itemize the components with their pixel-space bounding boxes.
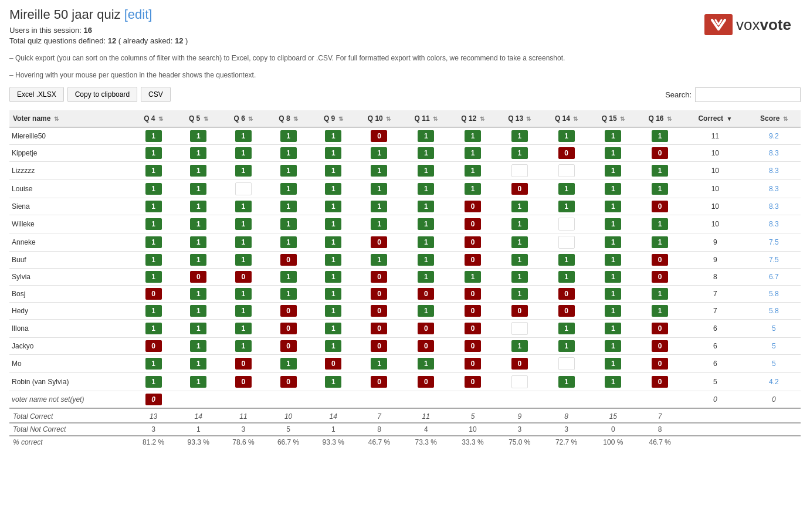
table-row: Jackyo01101000111065: [9, 338, 801, 355]
answer-cell: 0: [449, 215, 496, 233]
answer-cell: 1: [221, 233, 266, 252]
answer-cell: 1: [311, 233, 356, 252]
voter-name-cell: Hedy: [9, 303, 131, 320]
total-correct-cell: 15: [589, 408, 636, 423]
col-q11[interactable]: Q 11 ⇅: [402, 110, 449, 127]
answer-cell: 0: [356, 233, 403, 252]
answer-cell: 1: [221, 162, 266, 180]
copy-button[interactable]: Copy to clipboard: [67, 87, 137, 102]
percent-correct-label: % correct: [9, 436, 131, 448]
table-row: Robin (van Sylvia)11001000 11054.2: [9, 373, 801, 391]
answer-cell: 1: [131, 269, 176, 286]
answer-cell: 1: [356, 180, 403, 198]
score-cell: 9.2: [747, 127, 801, 145]
voter-name-cell: Illona: [9, 320, 131, 338]
answer-cell: 1: [356, 162, 403, 180]
answer-cell: 1: [496, 233, 543, 252]
answer-cell: 1: [176, 215, 221, 233]
answer-cell: 1: [356, 145, 403, 162]
search-label: Search:: [665, 90, 692, 99]
total-questions-info: Total quiz questions defined: 12 ( alrea…: [9, 36, 801, 45]
answer-cell: [356, 391, 403, 409]
answer-cell: [221, 391, 266, 409]
answer-cell: 0: [496, 180, 543, 198]
col-q4[interactable]: Q 4 ⇅: [131, 110, 176, 127]
col-q6[interactable]: Q 6 ⇅: [221, 110, 266, 127]
percent-correct-cell: 66.7 %: [266, 436, 311, 448]
table-row: Sylvia10011011111086.7: [9, 269, 801, 286]
answer-cell: 0: [449, 252, 496, 269]
col-correct[interactable]: Correct ▼: [683, 110, 747, 127]
excel-button[interactable]: Excel .XLSX: [9, 87, 64, 102]
correct-cell: 7: [683, 303, 747, 320]
answer-cell: 1: [356, 355, 403, 373]
answer-cell: 1: [402, 252, 449, 269]
results-table: Voter name ⇅ Q 4 ⇅ Q 5 ⇅ Q 6 ⇅ Q 8 ⇅ Q 9…: [9, 110, 801, 448]
col-voter-name[interactable]: Voter name ⇅: [9, 110, 131, 127]
answer-cell: 1: [402, 145, 449, 162]
col-q15[interactable]: Q 15 ⇅: [589, 110, 636, 127]
correct-cell: 7: [683, 286, 747, 303]
col-q14[interactable]: Q 14 ⇅: [543, 110, 590, 127]
answer-cell: 0: [449, 303, 496, 320]
col-q13[interactable]: Q 13 ⇅: [496, 110, 543, 127]
search-input[interactable]: [695, 87, 801, 102]
answer-cell: 1: [266, 215, 311, 233]
voter-name-cell: Louise: [9, 180, 131, 198]
answer-cell: 1: [449, 162, 496, 180]
answer-cell: 0: [356, 338, 403, 355]
answer-cell: [636, 391, 683, 409]
correct-cell: 9: [683, 252, 747, 269]
answer-cell: 1: [496, 127, 543, 145]
table-row: voter name not set(yet)000: [9, 391, 801, 409]
voter-name-cell: Bosj: [9, 286, 131, 303]
answer-cell: 1: [543, 320, 590, 338]
answer-cell: 0: [176, 269, 221, 286]
answer-cell: 1: [449, 127, 496, 145]
answer-cell: 0: [356, 269, 403, 286]
answer-cell: 1: [311, 303, 356, 320]
answer-cell: [266, 391, 311, 409]
col-q12[interactable]: Q 12 ⇅: [449, 110, 496, 127]
answer-cell: 1: [496, 269, 543, 286]
col-q9[interactable]: Q 9 ⇅: [311, 110, 356, 127]
voter-name-cell: Miereille50: [9, 127, 131, 145]
score-cell: 8.3: [747, 198, 801, 215]
answer-cell: 1: [589, 373, 636, 391]
col-q5[interactable]: Q 5 ⇅: [176, 110, 221, 127]
answer-cell: 1: [449, 180, 496, 198]
edit-link[interactable]: [edit]: [124, 7, 152, 22]
csv-button[interactable]: CSV: [141, 87, 171, 102]
answer-cell: 0: [636, 198, 683, 215]
score-cell: 8.3: [747, 162, 801, 180]
answer-cell: [176, 391, 221, 409]
total-correct-row: Total Correct1314111014711598157: [9, 408, 801, 423]
total-correct-cell: 14: [176, 408, 221, 423]
answer-cell: 1: [543, 198, 590, 215]
answer-cell: 0: [131, 391, 176, 409]
col-q10[interactable]: Q 10 ⇅: [356, 110, 403, 127]
total-correct-cell: 11: [221, 408, 266, 423]
answer-cell: 1: [496, 338, 543, 355]
answer-cell: 1: [176, 145, 221, 162]
col-q16[interactable]: Q 16 ⇅: [636, 110, 683, 127]
answer-cell: 0: [449, 355, 496, 373]
answer-cell: 1: [311, 198, 356, 215]
answer-cell: 1: [311, 252, 356, 269]
voter-name-cell: Robin (van Sylvia): [9, 373, 131, 391]
score-cell: 7.5: [747, 252, 801, 269]
answer-cell: 1: [176, 303, 221, 320]
percent-correct-cell: 81.2 %: [131, 436, 176, 448]
table-row: Anneke111110101 1197.5: [9, 233, 801, 252]
answer-cell: 1: [589, 355, 636, 373]
table-row: Buuf11101110111097.5: [9, 252, 801, 269]
percent-correct-cell: 73.3 %: [402, 436, 449, 448]
answer-cell: 1: [589, 162, 636, 180]
total-not-correct-cell: 5: [266, 423, 311, 436]
answer-cell: 1: [589, 198, 636, 215]
col-score[interactable]: Score ⇅: [747, 110, 801, 127]
voter-name-cell: Willeke: [9, 215, 131, 233]
col-q8[interactable]: Q 8 ⇅: [266, 110, 311, 127]
answer-cell: 1: [266, 269, 311, 286]
answer-cell: 1: [496, 215, 543, 233]
